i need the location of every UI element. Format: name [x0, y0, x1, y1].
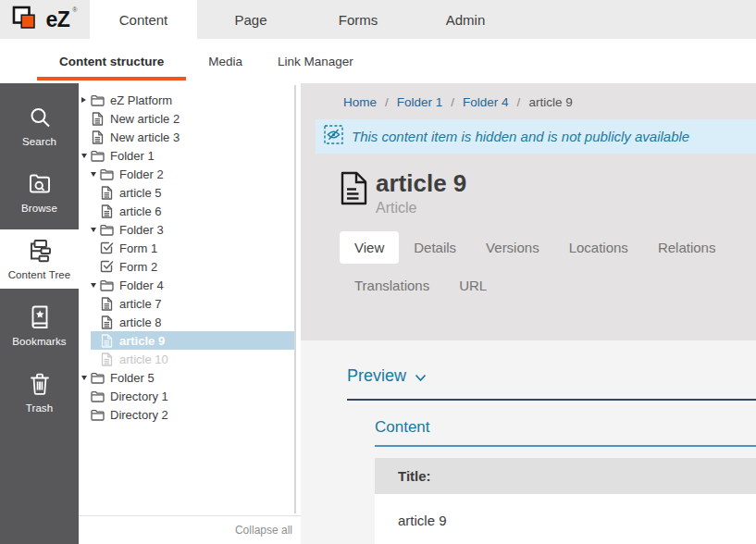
subnav-item-link-manager[interactable]: Link Manager — [265, 39, 366, 83]
main-nav-tab-page[interactable]: Page — [197, 0, 304, 39]
tree-item-label: New article 2 — [110, 112, 180, 126]
tree-item-new-article-2[interactable]: New article 2 — [79, 109, 301, 128]
content-tree-panel: eZ PlatformNew article 2New article 3Fol… — [79, 83, 301, 544]
article-icon — [100, 297, 114, 311]
content-view-header: Home/Folder 1/Folder 4/article 9 This co… — [301, 83, 756, 340]
article-icon — [91, 112, 105, 126]
tree-expand-arrow-icon[interactable] — [81, 97, 91, 103]
tree-collapse-arrow-icon[interactable] — [81, 376, 91, 380]
tree-item-article-6[interactable]: article 6 — [79, 202, 301, 220]
main-nav: ContentPageFormsAdmin — [90, 0, 519, 39]
tree-item-article-8[interactable]: article 8 — [79, 313, 301, 331]
form-icon — [100, 260, 114, 274]
preview-label: Preview — [347, 366, 406, 386]
tree-item-label: article 6 — [119, 204, 162, 218]
tree-item-new-article-3[interactable]: New article 3 — [79, 128, 301, 146]
tree-item-form-1[interactable]: Form 1 — [79, 239, 301, 257]
subnav-item-media[interactable]: Media — [195, 39, 255, 83]
article-icon — [100, 352, 114, 366]
rail-item-browse[interactable]: Browse — [0, 163, 79, 222]
breadcrumb-link-folder-4[interactable]: Folder 4 — [463, 95, 509, 109]
breadcrumb-separator: / — [451, 95, 454, 109]
tree-item-article-10[interactable]: article 10 — [79, 350, 301, 368]
tree-item-label: Folder 1 — [110, 149, 155, 163]
tree-item-label: New article 3 — [110, 130, 180, 144]
ez-logo[interactable]: eZ ® — [0, 0, 90, 39]
subnav-item-content-structure[interactable]: Content structure — [37, 39, 186, 83]
tree-item-directory-2[interactable]: Directory 2 — [79, 405, 301, 424]
trash-icon — [29, 372, 51, 397]
breadcrumb-separator: / — [517, 95, 521, 109]
tree-collapse-arrow-icon[interactable] — [91, 172, 100, 177]
article-icon — [100, 315, 114, 329]
tree-collapse-arrow-icon[interactable] — [91, 228, 100, 232]
tree-item-label: article 7 — [119, 297, 162, 311]
collapse-all-button[interactable]: Collapse all — [235, 524, 292, 537]
tab-relations[interactable]: Relations — [643, 231, 731, 264]
tree-collapse-arrow-icon[interactable] — [81, 154, 91, 158]
left-rail: SearchBrowseContent TreeBookmarksTrash — [0, 83, 79, 544]
tab-details[interactable]: Details — [399, 231, 471, 264]
breadcrumb-separator: / — [385, 95, 389, 109]
field-name-row: Title: — [375, 458, 756, 494]
folder-icon — [100, 223, 114, 237]
hidden-notice-text: This content item is hidden and is not p… — [352, 129, 689, 144]
tree-item-folder-3[interactable]: Folder 3 — [79, 220, 301, 239]
rail-item-content-tree[interactable]: Content Tree — [0, 229, 79, 289]
field-value-row: article 9 — [375, 494, 756, 544]
tab-url[interactable]: URL — [444, 269, 502, 302]
tree-item-folder-1[interactable]: Folder 1 — [79, 146, 301, 165]
breadcrumb-link-home[interactable]: Home — [343, 95, 377, 109]
breadcrumb-link-folder-1[interactable]: Folder 1 — [397, 95, 443, 109]
tree-item-article-5[interactable]: article 5 — [79, 183, 301, 202]
tree-collapse-arrow-icon[interactable] — [91, 283, 100, 288]
article-icon — [91, 130, 105, 144]
tree-item-label: Folder 2 — [119, 167, 164, 181]
tab-translations[interactable]: Translations — [340, 269, 444, 302]
field-value: article 9 — [398, 513, 447, 528]
rail-item-label: Bookmarks — [12, 336, 66, 347]
ez-logo-icon — [12, 6, 43, 33]
folder-icon — [91, 93, 105, 107]
tree-item-label: eZ Platform — [110, 93, 172, 107]
bookmarks-icon — [29, 305, 51, 330]
content-view-body: Preview Content Title:article 9 — [301, 340, 756, 544]
tree-item-label: Folder 5 — [110, 371, 155, 385]
tree-item-directory-1[interactable]: Directory 1 — [79, 387, 301, 405]
form-icon — [100, 241, 114, 255]
main-nav-tab-content[interactable]: Content — [90, 0, 197, 39]
tree-item-ez-platform[interactable]: eZ Platform — [79, 91, 301, 109]
tab-versions[interactable]: Versions — [471, 231, 554, 264]
main-nav-tab-forms[interactable]: Forms — [304, 0, 412, 39]
tree-item-folder-2[interactable]: Folder 2 — [79, 165, 301, 183]
rail-item-label: Search — [22, 136, 56, 147]
breadcrumb-current-article-9: article 9 — [528, 95, 572, 109]
tree-item-folder-5[interactable]: Folder 5 — [79, 368, 301, 387]
tree-item-folder-4[interactable]: Folder 4 — [79, 276, 301, 294]
secondary-nav: Content structureMediaLink Manager — [0, 39, 756, 83]
tree-item-article-9[interactable]: article 9 — [79, 331, 301, 350]
search-icon — [28, 105, 52, 130]
rail-item-search[interactable]: Search — [0, 96, 79, 155]
article-icon — [100, 204, 114, 218]
rail-item-label: Content Tree — [8, 269, 71, 280]
tree-item-label: Directory 1 — [110, 389, 168, 403]
tab-view[interactable]: View — [340, 231, 399, 264]
rail-item-bookmarks[interactable]: Bookmarks — [0, 296, 79, 355]
main-nav-tab-admin[interactable]: Admin — [412, 0, 519, 39]
tree-item-article-7[interactable]: article 7 — [79, 294, 301, 313]
tree-item-form-2[interactable]: Form 2 — [79, 257, 301, 276]
preview-toggle[interactable]: Preview — [347, 365, 427, 387]
ez-logo-text: eZ — [45, 6, 69, 33]
page-title: article 9 — [376, 169, 466, 197]
content-tree-icon — [27, 239, 52, 264]
article-icon — [100, 334, 114, 348]
field-name-label: Title: — [398, 468, 431, 484]
tree-footer: Collapse all — [79, 515, 301, 544]
tree-scrollbar[interactable] — [294, 85, 296, 513]
tab-locations[interactable]: Locations — [554, 231, 643, 264]
rail-item-trash[interactable]: Trash — [0, 363, 79, 422]
tree-item-label: Form 1 — [119, 241, 157, 255]
rail-item-label: Browse — [21, 203, 57, 214]
folder-icon — [91, 371, 105, 385]
